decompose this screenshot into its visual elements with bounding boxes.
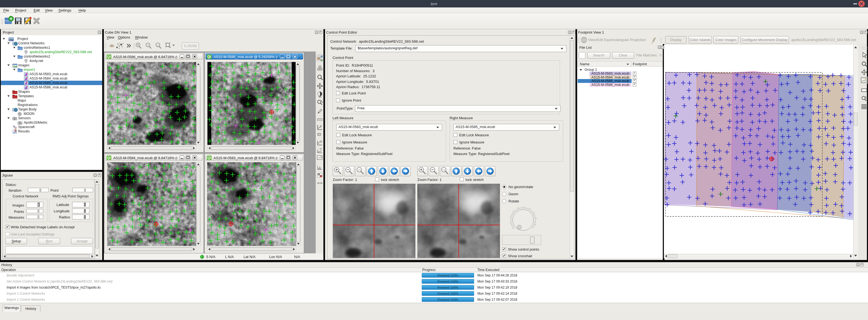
svg-text:1:1: 1:1 [358, 169, 361, 171]
svg-text:3D: 3D [319, 148, 322, 150]
svg-text:1:1: 1:1 [157, 44, 159, 46]
svg-text:h: h [320, 125, 321, 128]
svg-text:1:1: 1:1 [442, 169, 445, 171]
svg-text:ID: ID [317, 132, 321, 137]
svg-text:2D: 2D [320, 140, 322, 142]
